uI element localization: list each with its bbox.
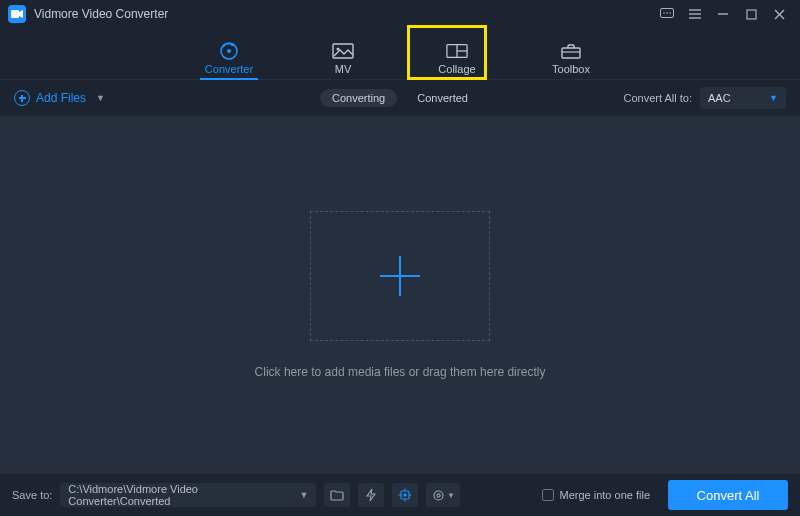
chip-icon [398,488,412,502]
add-files-label: Add Files [36,91,86,105]
chevron-down-icon: ▼ [447,491,455,500]
tab-label: MV [335,63,352,75]
svg-point-28 [434,491,443,500]
save-to-label: Save to: [12,489,52,501]
open-folder-button[interactable] [324,483,350,507]
mv-icon [332,42,354,60]
svg-rect-23 [404,494,407,497]
tab-collage[interactable]: Collage [422,31,492,79]
checkbox-icon [542,489,554,501]
svg-point-29 [437,493,440,496]
svg-rect-20 [562,48,580,58]
tab-label: Toolbox [552,63,590,75]
status-tab-converted[interactable]: Converted [405,89,480,107]
maximize-button[interactable] [744,7,758,21]
collage-icon [446,42,468,60]
svg-point-4 [669,12,671,14]
svg-point-2 [663,12,665,14]
tab-label: Collage [438,63,475,75]
merge-label: Merge into one file [560,489,651,501]
minimize-button[interactable] [716,7,730,21]
drop-hint-text: Click here to add media files or drag th… [255,365,546,379]
toolbox-icon [560,42,582,60]
tab-converter[interactable]: Converter [194,31,264,79]
svg-point-14 [227,49,231,53]
save-path-value: C:\Vidmore\Vidmore Video Converter\Conve… [68,483,299,507]
gear-icon [432,489,445,502]
sub-toolbar: Add Files ▼ Converting Converted Convert… [0,80,800,116]
convert-all-to-label: Convert All to: [624,92,692,104]
output-format-value: AAC [708,92,731,104]
workspace: Click here to add media files or drag th… [0,116,800,474]
tab-mv[interactable]: MV [308,31,378,79]
chevron-down-icon: ▼ [769,93,778,103]
plus-icon [380,256,420,296]
drop-zone[interactable] [310,211,490,341]
bottom-bar: Save to: C:\Vidmore\Vidmore Video Conver… [0,474,800,516]
window-controls [660,7,792,21]
chevron-down-icon: ▼ [96,93,105,103]
menu-icon[interactable] [688,7,702,21]
title-bar: Vidmore Video Converter [0,0,800,28]
convert-all-button[interactable]: Convert All [668,480,788,510]
output-format-select[interactable]: AAC ▼ [700,87,786,109]
merge-into-one-file[interactable]: Merge into one file [542,489,651,501]
tab-toolbox[interactable]: Toolbox [536,31,606,79]
app-title: Vidmore Video Converter [34,7,168,21]
svg-rect-0 [11,10,19,18]
bolt-icon [365,488,377,502]
app-logo [8,5,26,23]
convert-all-to: Convert All to: AAC ▼ [624,87,786,109]
svg-rect-9 [747,10,756,19]
settings-button[interactable]: ▼ [426,483,460,507]
tab-label: Converter [205,63,253,75]
svg-point-3 [666,12,668,14]
save-path-select[interactable]: C:\Vidmore\Vidmore Video Converter\Conve… [60,483,316,507]
convert-all-label: Convert All [697,488,760,503]
snapshot-button[interactable] [358,483,384,507]
svg-rect-15 [333,44,353,58]
gpu-accel-button[interactable] [392,483,418,507]
plus-circle-icon [14,90,30,106]
add-files-button[interactable]: Add Files ▼ [14,90,105,106]
chevron-down-icon: ▼ [299,490,308,500]
status-tab-converting[interactable]: Converting [320,89,397,107]
folder-icon [330,489,344,501]
main-tabs: Converter MV Collage Toolbox [0,28,800,80]
status-tabs: Converting Converted [320,89,480,107]
converter-icon [218,42,240,60]
close-button[interactable] [772,7,786,21]
feedback-icon[interactable] [660,7,674,21]
